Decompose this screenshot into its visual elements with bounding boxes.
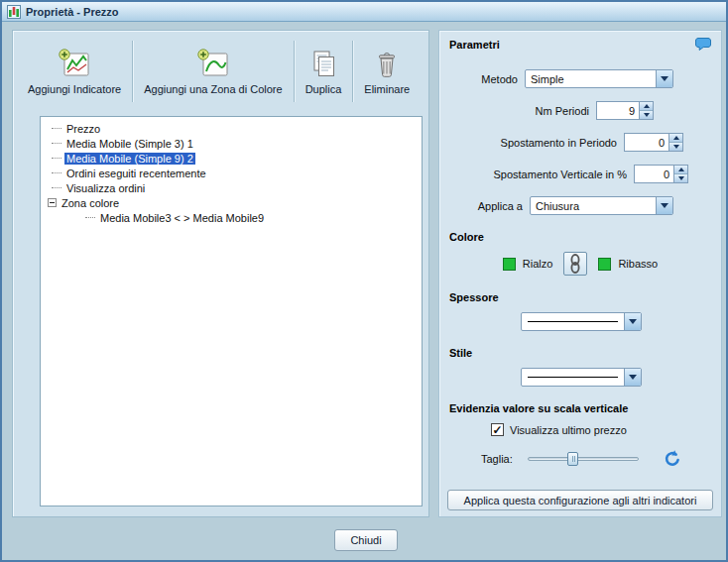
add-indicator-button[interactable]: Aggiungi Indicatore [21,45,128,99]
tree-connector [52,187,61,188]
dropdown-arrow-icon[interactable] [624,313,641,330]
method-row: Metodo Simple [449,69,711,88]
tree-item-media-mobile-3[interactable]: Media Mobile (Simple 3) 1 [41,136,422,151]
shift-vertical-spinner[interactable] [673,166,687,182]
spin-down-icon[interactable] [669,143,682,151]
spin-up-icon[interactable] [640,102,653,111]
color-row: Rialzo Ribasso [449,252,711,276]
tree-item-media-mobile-9-selected[interactable]: Media Mobile (Simple 9) 2 [41,151,422,166]
tree-item-visualizza-ordini[interactable]: Visualizza ordini [41,180,422,195]
shift-period-spinner[interactable] [668,134,682,151]
shift-vertical-label: Spostamento Verticale in % [493,169,627,180]
properties-dialog: Proprietà - Prezzo Aggiungi Indicatore [0,0,728,562]
periods-spinner[interactable] [639,102,653,119]
shift-period-input[interactable]: 0 [624,133,683,152]
apply-to-select[interactable]: Chiusura [530,196,673,215]
ribasso-color-swatch[interactable] [598,258,611,271]
duplicate-button[interactable]: Duplica [299,45,349,99]
tree-connector [52,143,61,144]
highlight-section-title: Evidenzia valore su scala verticale [449,402,711,414]
tree-item-label: Ordini eseguiti recentemente [64,168,208,179]
tree-item-zona-colore-child[interactable]: Media Mobile3 < > Media Mobile9 [41,210,422,225]
checkbox-checked-icon[interactable]: ✓ [491,423,504,436]
title-bar[interactable]: Proprietà - Prezzo [2,2,726,22]
tree-item-label: Zona colore [60,197,121,209]
show-last-price-row: ✓ Visualizza ultimo prezzo [449,423,711,436]
thickness-select[interactable] [521,312,642,331]
spin-down-icon[interactable] [640,111,653,119]
tree-item-prezzo[interactable]: Prezzo [41,121,422,136]
tree-item-label: Prezzo [64,123,102,135]
tree-connector [85,217,95,218]
periods-input[interactable]: 9 [596,101,654,120]
rialzo-color-swatch[interactable] [503,258,516,271]
method-select[interactable]: Simple [525,69,673,88]
size-slider[interactable] [528,450,639,468]
add-indicator-icon [58,49,91,80]
tree-item-ordini-eseguiti[interactable]: Ordini eseguiti recentemente [41,166,422,180]
line-style-sample [522,369,624,386]
window-title: Proprietà - Prezzo [26,6,119,18]
periods-row: Nm Periodi 9 [449,101,711,120]
link-colors-button[interactable] [563,252,587,276]
method-label: Metodo [481,73,518,85]
rialzo-label: Rialzo [523,258,553,270]
tree-connector [52,158,61,159]
add-indicator-label: Aggiungi Indicatore [28,83,121,95]
tree-collapse-icon[interactable] [48,198,57,207]
dropdown-arrow-icon[interactable] [656,197,672,214]
size-label: Taglia: [481,453,513,465]
shift-vertical-input[interactable]: 0 [634,165,688,183]
spin-down-icon[interactable] [674,174,687,182]
trash-icon [370,49,404,80]
slider-handle[interactable] [567,452,578,466]
spin-up-icon[interactable] [674,166,687,174]
apply-to-label: Applica a [478,200,523,212]
tree-item-zona-colore[interactable]: Zona colore [41,195,422,210]
tree-connector [52,128,61,129]
close-button[interactable]: Chiudi [334,529,398,551]
add-color-zone-label: Aggiungi una Zona di Colore [144,83,282,95]
thickness-row [449,312,711,331]
shift-period-value: 0 [625,134,668,151]
dropdown-arrow-icon[interactable] [656,70,672,87]
apply-config-button[interactable]: Applica questa configurazione agli altri… [447,490,713,510]
periods-label: Nm Periodi [536,105,589,117]
spin-up-icon[interactable] [669,134,682,143]
style-row [449,368,711,387]
color-section-title: Colore [449,231,711,243]
line-thickness-sample [522,313,624,330]
show-last-price-label: Visualizza ultimo prezzo [510,424,627,436]
help-bubble-icon[interactable] [695,37,711,54]
shift-period-label: Spostamento in Periodo [501,137,617,149]
tree-item-label-selected: Media Mobile (Simple 9) 2 [64,153,195,165]
parameters-title: Parametri [449,39,500,51]
duplicate-icon [306,49,340,80]
style-section-title: Stile [449,347,711,359]
add-color-zone-button[interactable]: Aggiungi una Zona di Colore [137,45,289,99]
apply-to-row: Applica a Chiusura [449,196,711,215]
tree-item-label: Media Mobile (Simple 3) 1 [64,138,195,150]
style-select[interactable] [521,368,642,387]
reset-button[interactable] [661,448,684,470]
duplicate-label: Duplica [305,83,342,95]
dropdown-arrow-icon[interactable] [624,369,641,386]
size-row: Taglia: [449,448,711,470]
tree-item-label: Visualizza ordini [64,182,147,194]
indicators-panel: Aggiungi Indicatore Aggiungi una Zona di… [12,30,429,517]
method-value: Simple [526,70,656,87]
delete-label: Eliminare [364,83,410,95]
slider-track[interactable] [528,457,639,461]
ribasso-label: Ribasso [618,258,658,270]
shift-vertical-row: Spostamento Verticale in % 0 [449,165,711,183]
thickness-section-title: Spessore [449,291,711,303]
tree-connector [52,172,61,173]
toolbar-divider [352,41,353,102]
toolbar-divider [294,41,295,102]
app-chart-icon [7,5,21,19]
tree-item-label: Media Mobile3 < > Media Mobile9 [98,212,266,224]
shift-vertical-value: 0 [635,166,673,182]
delete-button[interactable]: Eliminare [357,45,417,99]
apply-to-value: Chiusura [531,197,656,214]
parameters-panel: Parametri Metodo Simple Nm Periodi 9 [438,30,722,517]
